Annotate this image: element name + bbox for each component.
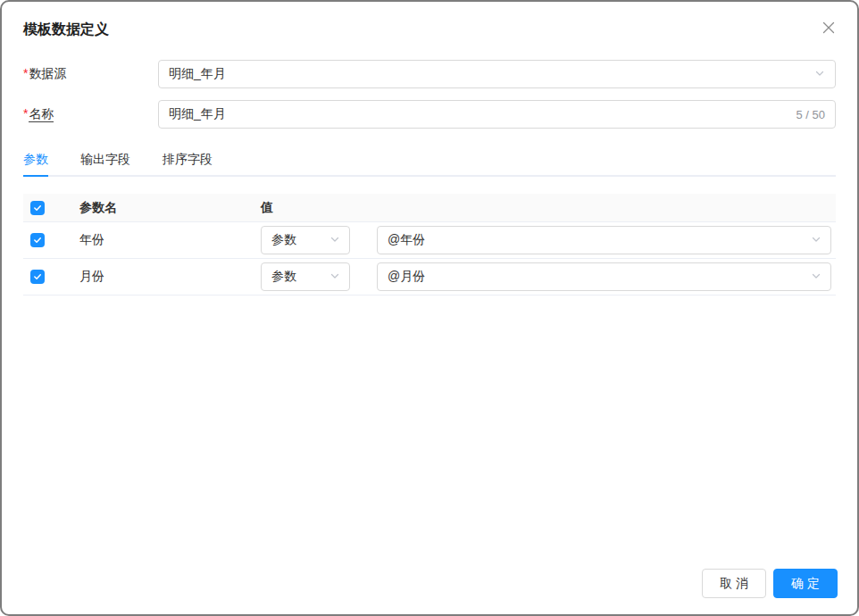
param-type-select[interactable]: 参数 [261,262,350,291]
tab-output-fields[interactable]: 输出字段 [80,143,130,175]
chevron-down-icon [811,270,821,284]
chevron-down-icon [329,233,340,247]
row-checkbox[interactable] [30,233,45,247]
param-name: 年份 [73,232,257,248]
row-checkbox[interactable] [30,270,45,284]
close-button[interactable] [818,18,839,39]
tab-bar: 参数 输出字段 排序字段 [23,143,836,177]
name-label: *名称 [23,106,158,122]
required-asterisk: * [23,106,28,121]
header-value: 值 [257,200,836,216]
select-all-checkbox[interactable] [30,201,45,215]
dialog-header: 模板数据定义 [2,2,857,39]
chevron-down-icon [329,270,340,284]
table-header-row: 参数名 值 [23,194,836,222]
close-icon [821,21,836,37]
table-row: 月份 参数 @月份 [23,259,836,296]
param-value-select[interactable]: @年份 [377,226,831,254]
template-data-dialog: 模板数据定义 *数据源 明细_年月 *名称 明细_ [0,0,859,616]
tab-parameters[interactable]: 参数 [23,143,48,175]
param-type-select[interactable]: 参数 [261,226,350,254]
chevron-down-icon [811,233,821,247]
char-counter: 5 / 50 [796,108,825,121]
param-value-select[interactable]: @月份 [377,262,831,291]
required-asterisk: * [23,66,28,80]
name-value: 明细_年月 [169,106,226,122]
dialog-footer: 取 消 确 定 [702,569,838,598]
dialog-title: 模板数据定义 [23,20,109,39]
param-name: 月份 [73,269,257,285]
chevron-down-icon [814,67,825,81]
table-row: 年份 参数 @年份 [23,222,836,259]
header-param-name: 参数名 [73,200,257,216]
cancel-button[interactable]: 取 消 [702,569,766,598]
datasource-label: *数据源 [23,66,158,82]
tab-sort-fields[interactable]: 排序字段 [163,143,213,175]
datasource-row: *数据源 明细_年月 [23,60,836,88]
name-row: *名称 明细_年月 5 / 50 [23,100,836,129]
confirm-button[interactable]: 确 定 [773,569,838,598]
name-input[interactable]: 明细_年月 5 / 50 [158,100,836,129]
datasource-value: 明细_年月 [169,66,226,82]
parameter-table: 参数名 值 年份 参数 [23,194,836,296]
datasource-select[interactable]: 明细_年月 [158,60,836,88]
